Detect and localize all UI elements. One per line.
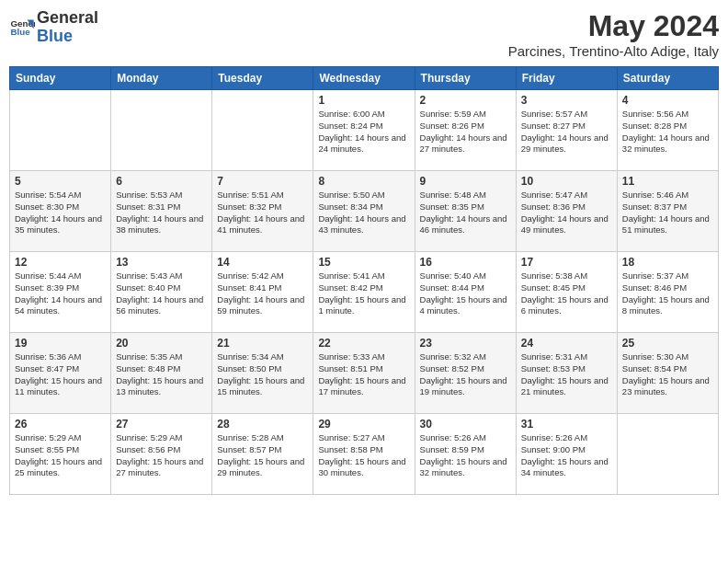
weekday-header-sunday: Sunday xyxy=(10,67,111,90)
calendar-cell: 2Sunrise: 5:59 AM Sunset: 8:26 PM Daylig… xyxy=(415,90,516,171)
day-number: 3 xyxy=(521,94,612,107)
week-row-3: 12Sunrise: 5:44 AM Sunset: 8:39 PM Dayli… xyxy=(10,252,719,333)
day-number: 28 xyxy=(217,418,308,431)
month-title: May 2024 xyxy=(508,9,719,43)
calendar-cell: 7Sunrise: 5:51 AM Sunset: 8:32 PM Daylig… xyxy=(212,171,313,252)
cell-content: Sunrise: 5:51 AM Sunset: 8:32 PM Dayligh… xyxy=(217,190,308,236)
day-number: 31 xyxy=(521,418,612,431)
day-number: 8 xyxy=(318,175,409,188)
day-number: 4 xyxy=(622,94,713,107)
day-number: 24 xyxy=(521,337,612,350)
calendar-cell: 13Sunrise: 5:43 AM Sunset: 8:40 PM Dayli… xyxy=(111,252,212,333)
cell-content: Sunrise: 5:26 AM Sunset: 9:00 PM Dayligh… xyxy=(521,432,612,479)
weekday-header-friday: Friday xyxy=(516,67,617,90)
cell-content: Sunrise: 5:40 AM Sunset: 8:44 PM Dayligh… xyxy=(420,270,511,317)
calendar-cell: 8Sunrise: 5:50 AM Sunset: 8:34 PM Daylig… xyxy=(313,171,415,252)
calendar-cell xyxy=(111,90,212,171)
calendar-cell: 14Sunrise: 5:42 AM Sunset: 8:41 PM Dayli… xyxy=(212,252,313,333)
day-number: 14 xyxy=(217,256,308,269)
day-number: 23 xyxy=(420,337,511,350)
weekday-header-wednesday: Wednesday xyxy=(313,67,415,90)
cell-content: Sunrise: 5:50 AM Sunset: 8:34 PM Dayligh… xyxy=(318,190,409,236)
calendar-cell: 21Sunrise: 5:34 AM Sunset: 8:50 PM Dayli… xyxy=(212,333,313,414)
cell-content: Sunrise: 5:56 AM Sunset: 8:28 PM Dayligh… xyxy=(622,109,713,155)
calendar-cell: 29Sunrise: 5:27 AM Sunset: 8:58 PM Dayli… xyxy=(313,414,415,495)
calendar-cell: 30Sunrise: 5:26 AM Sunset: 8:59 PM Dayli… xyxy=(415,414,516,495)
cell-content: Sunrise: 5:53 AM Sunset: 8:31 PM Dayligh… xyxy=(116,190,207,236)
day-number: 25 xyxy=(622,337,713,350)
weekday-header-monday: Monday xyxy=(111,67,212,90)
calendar-cell: 26Sunrise: 5:29 AM Sunset: 8:55 PM Dayli… xyxy=(10,414,111,495)
calendar-cell: 6Sunrise: 5:53 AM Sunset: 8:31 PM Daylig… xyxy=(111,171,212,252)
calendar-cell: 31Sunrise: 5:26 AM Sunset: 9:00 PM Dayli… xyxy=(516,414,617,495)
day-number: 22 xyxy=(318,337,409,350)
logo: General Blue General Blue xyxy=(9,9,98,46)
cell-content: Sunrise: 5:43 AM Sunset: 8:40 PM Dayligh… xyxy=(116,270,207,317)
day-number: 27 xyxy=(116,418,207,431)
day-number: 30 xyxy=(420,418,511,431)
calendar-cell: 11Sunrise: 5:46 AM Sunset: 8:37 PM Dayli… xyxy=(617,171,718,252)
logo-text: General Blue xyxy=(37,9,98,46)
day-number: 21 xyxy=(217,337,308,350)
calendar-cell: 22Sunrise: 5:33 AM Sunset: 8:51 PM Dayli… xyxy=(313,333,415,414)
cell-content: Sunrise: 5:48 AM Sunset: 8:35 PM Dayligh… xyxy=(420,190,511,236)
location-title: Parcines, Trentino-Alto Adige, Italy xyxy=(508,43,719,59)
weekday-header-thursday: Thursday xyxy=(415,67,516,90)
cell-content: Sunrise: 5:26 AM Sunset: 8:59 PM Dayligh… xyxy=(420,432,511,479)
day-number: 1 xyxy=(318,94,409,107)
calendar-cell: 28Sunrise: 5:28 AM Sunset: 8:57 PM Dayli… xyxy=(212,414,313,495)
calendar-cell: 4Sunrise: 5:56 AM Sunset: 8:28 PM Daylig… xyxy=(617,90,718,171)
cell-content: Sunrise: 6:00 AM Sunset: 8:24 PM Dayligh… xyxy=(318,109,409,155)
weekday-header-saturday: Saturday xyxy=(617,67,718,90)
calendar-cell: 1Sunrise: 6:00 AM Sunset: 8:24 PM Daylig… xyxy=(313,90,415,171)
cell-content: Sunrise: 5:30 AM Sunset: 8:54 PM Dayligh… xyxy=(622,351,713,398)
day-number: 29 xyxy=(318,418,409,431)
cell-content: Sunrise: 5:33 AM Sunset: 8:51 PM Dayligh… xyxy=(318,351,409,398)
week-row-5: 26Sunrise: 5:29 AM Sunset: 8:55 PM Dayli… xyxy=(10,414,719,495)
day-number: 5 xyxy=(15,175,106,188)
day-number: 12 xyxy=(15,256,106,269)
cell-content: Sunrise: 5:34 AM Sunset: 8:50 PM Dayligh… xyxy=(217,351,308,398)
title-block: May 2024 Parcines, Trentino-Alto Adige, … xyxy=(508,9,719,59)
cell-content: Sunrise: 5:38 AM Sunset: 8:45 PM Dayligh… xyxy=(521,270,612,317)
day-number: 13 xyxy=(116,256,207,269)
calendar-cell: 17Sunrise: 5:38 AM Sunset: 8:45 PM Dayli… xyxy=(516,252,617,333)
calendar-cell: 15Sunrise: 5:41 AM Sunset: 8:42 PM Dayli… xyxy=(313,252,415,333)
day-number: 17 xyxy=(521,256,612,269)
page-header: General Blue General Blue May 2024 Parci… xyxy=(9,9,719,59)
cell-content: Sunrise: 5:54 AM Sunset: 8:30 PM Dayligh… xyxy=(15,190,106,236)
calendar-cell xyxy=(10,90,111,171)
cell-content: Sunrise: 5:37 AM Sunset: 8:46 PM Dayligh… xyxy=(622,270,713,317)
cell-content: Sunrise: 5:44 AM Sunset: 8:39 PM Dayligh… xyxy=(15,270,106,317)
calendar-cell: 18Sunrise: 5:37 AM Sunset: 8:46 PM Dayli… xyxy=(617,252,718,333)
calendar-cell xyxy=(617,414,718,495)
logo-icon: General Blue xyxy=(9,15,35,40)
svg-text:Blue: Blue xyxy=(10,27,30,37)
cell-content: Sunrise: 5:32 AM Sunset: 8:52 PM Dayligh… xyxy=(420,351,511,398)
calendar-cell: 12Sunrise: 5:44 AM Sunset: 8:39 PM Dayli… xyxy=(10,252,111,333)
day-number: 10 xyxy=(521,175,612,188)
cell-content: Sunrise: 5:28 AM Sunset: 8:57 PM Dayligh… xyxy=(217,432,308,479)
day-number: 9 xyxy=(420,175,511,188)
weekday-header-tuesday: Tuesday xyxy=(212,67,313,90)
cell-content: Sunrise: 5:42 AM Sunset: 8:41 PM Dayligh… xyxy=(217,270,308,317)
calendar-cell: 20Sunrise: 5:35 AM Sunset: 8:48 PM Dayli… xyxy=(111,333,212,414)
week-row-1: 1Sunrise: 6:00 AM Sunset: 8:24 PM Daylig… xyxy=(10,90,719,171)
day-number: 19 xyxy=(15,337,106,350)
cell-content: Sunrise: 5:31 AM Sunset: 8:53 PM Dayligh… xyxy=(521,351,612,398)
calendar-cell xyxy=(212,90,313,171)
calendar-cell: 3Sunrise: 5:57 AM Sunset: 8:27 PM Daylig… xyxy=(516,90,617,171)
cell-content: Sunrise: 5:41 AM Sunset: 8:42 PM Dayligh… xyxy=(318,270,409,317)
calendar-cell: 25Sunrise: 5:30 AM Sunset: 8:54 PM Dayli… xyxy=(617,333,718,414)
calendar-cell: 24Sunrise: 5:31 AM Sunset: 8:53 PM Dayli… xyxy=(516,333,617,414)
cell-content: Sunrise: 5:46 AM Sunset: 8:37 PM Dayligh… xyxy=(622,190,713,236)
calendar-cell: 23Sunrise: 5:32 AM Sunset: 8:52 PM Dayli… xyxy=(415,333,516,414)
cell-content: Sunrise: 5:29 AM Sunset: 8:56 PM Dayligh… xyxy=(116,432,207,479)
cell-content: Sunrise: 5:59 AM Sunset: 8:26 PM Dayligh… xyxy=(420,109,511,155)
cell-content: Sunrise: 5:27 AM Sunset: 8:58 PM Dayligh… xyxy=(318,432,409,479)
cell-content: Sunrise: 5:36 AM Sunset: 8:47 PM Dayligh… xyxy=(15,351,106,398)
day-number: 15 xyxy=(318,256,409,269)
calendar-cell: 16Sunrise: 5:40 AM Sunset: 8:44 PM Dayli… xyxy=(415,252,516,333)
calendar-cell: 5Sunrise: 5:54 AM Sunset: 8:30 PM Daylig… xyxy=(10,171,111,252)
cell-content: Sunrise: 5:29 AM Sunset: 8:55 PM Dayligh… xyxy=(15,432,106,479)
